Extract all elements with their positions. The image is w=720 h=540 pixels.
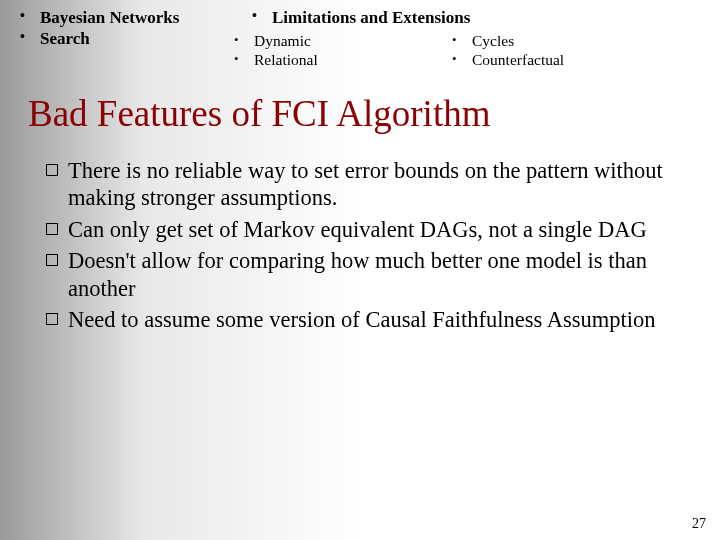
bullet-icon: •	[228, 51, 254, 67]
page-number: 27	[692, 516, 706, 532]
slide-title: Bad Features of FCI Algorithm	[0, 74, 720, 147]
slide-header: • Bayesian Networks • Search • Limitatio…	[0, 0, 720, 74]
bullet-icon: •	[446, 51, 472, 67]
header-sub-col: • Cycles • Counterfactual	[446, 32, 702, 70]
header-right-column: • Limitations and Extensions • Dynamic •…	[228, 8, 702, 70]
checkbox-icon	[46, 164, 58, 176]
header-sub-item: • Cycles	[446, 32, 702, 50]
checkbox-icon	[46, 254, 58, 266]
sub-label: Dynamic	[254, 32, 311, 50]
checkbox-icon	[46, 223, 58, 235]
header-label: Limitations and Extensions	[272, 8, 470, 28]
list-text: Need to assume some version of Causal Fa…	[68, 306, 678, 333]
list-item: Can only get set of Markov equivalent DA…	[46, 216, 678, 243]
list-item: There is no reliable way to set error bo…	[46, 157, 678, 212]
list-item: Need to assume some version of Causal Fa…	[46, 306, 678, 333]
header-sub-item: • Dynamic	[228, 32, 446, 50]
list-text: There is no reliable way to set error bo…	[68, 157, 678, 212]
header-item: • Bayesian Networks	[18, 8, 228, 28]
bullet-icon: •	[250, 8, 272, 24]
header-left-column: • Bayesian Networks • Search	[18, 8, 228, 70]
checkbox-icon	[46, 313, 58, 325]
sub-label: Cycles	[472, 32, 514, 50]
bullet-icon: •	[228, 32, 254, 48]
header-sub-item: • Relational	[228, 51, 446, 69]
list-text: Doesn't allow for comparing how much bet…	[68, 247, 678, 302]
header-label: Bayesian Networks	[40, 8, 179, 28]
list-text: Can only get set of Markov equivalent DA…	[68, 216, 678, 243]
header-sub-col: • Dynamic • Relational	[228, 32, 446, 70]
header-sub-row: • Dynamic • Relational • Cycles • Counte…	[228, 32, 702, 70]
slide-body: There is no reliable way to set error bo…	[0, 147, 720, 334]
header-item: • Search	[18, 29, 228, 49]
bullet-icon: •	[18, 29, 40, 45]
sub-label: Relational	[254, 51, 318, 69]
bullet-icon: •	[18, 8, 40, 24]
header-label: Search	[40, 29, 90, 49]
header-item: • Limitations and Extensions	[228, 8, 702, 28]
bullet-icon: •	[446, 32, 472, 48]
list-item: Doesn't allow for comparing how much bet…	[46, 247, 678, 302]
header-sub-item: • Counterfactual	[446, 51, 702, 69]
sub-label: Counterfactual	[472, 51, 564, 69]
